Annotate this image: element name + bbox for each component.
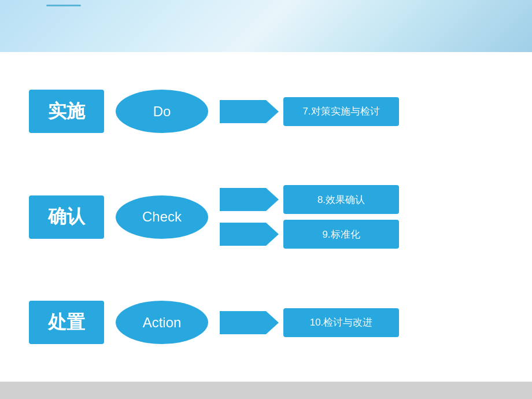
arrow-do: 7.对策实施与检讨 [220,97,399,126]
footer-area [0,382,532,399]
arrow-shape-check-2 [220,223,266,246]
result-box-do-1: 7.对策实施与检讨 [283,97,399,126]
result-text-check-2: 9.标准化 [322,228,360,241]
label-chinese-check: 确认 [48,204,85,230]
do-row: 实施 Do 7.对策实施与检讨 [29,90,503,133]
arrow-shape-do [220,100,266,123]
ellipse-do: Do [116,90,208,133]
result-text-check-1: 8.效果确认 [317,193,365,206]
main-content: 实施 Do 7.对策实施与检讨 确认 Check [0,52,532,382]
arrow-shape-check-1 [220,188,266,211]
label-chinese-action: 处置 [48,310,85,335]
label-chinese-do: 实施 [48,99,85,124]
label-box-do: 实施 [29,90,104,133]
check-arrow-row-2: 9.标准化 [220,220,399,249]
header-area [0,0,532,52]
action-row: 处置 Action 10.检讨与改进 [29,301,503,344]
label-box-action: 处置 [29,301,104,344]
label-box-check: 确认 [29,195,104,239]
ellipse-action: Action [116,301,208,344]
page-wrapper: 实施 Do 7.对策实施与检讨 确认 Check [0,0,532,399]
result-box-action-1: 10.检讨与改进 [283,308,399,337]
result-box-check-1: 8.效果确认 [283,185,399,214]
ellipse-check: Check [116,195,208,239]
result-box-check-2: 9.标准化 [283,220,399,249]
ellipse-text-check: Check [142,209,182,225]
check-row: 确认 Check 8.效果确认 9.标准化 [29,185,503,249]
check-arrow-row-1: 8.效果确认 [220,185,399,214]
header-line [46,5,81,6]
result-text-action-1: 10.检讨与改进 [310,316,373,329]
check-arrows-group: 8.效果确认 9.标准化 [220,185,399,249]
ellipse-text-action: Action [143,315,182,331]
ellipse-text-do: Do [153,104,171,120]
result-text-do-1: 7.对策实施与检讨 [302,105,379,118]
arrow-shape-action [220,311,266,334]
arrow-action: 10.检讨与改进 [220,308,399,337]
